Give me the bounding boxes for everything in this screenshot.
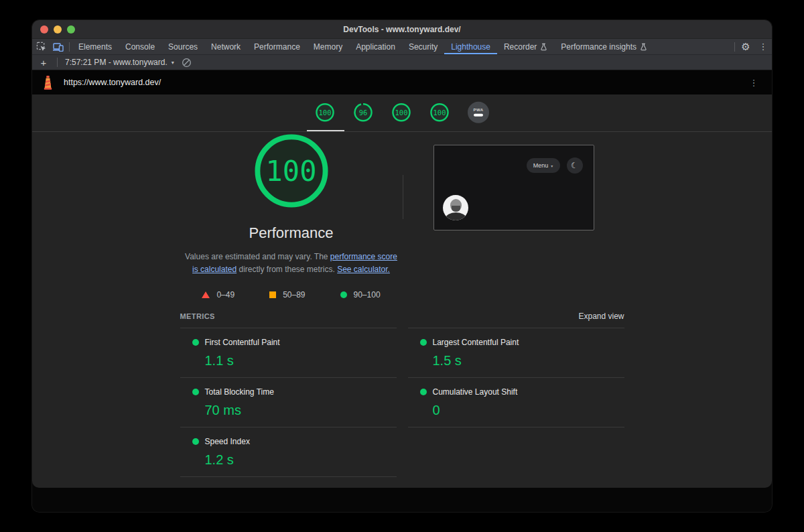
- pass-circle-icon: [192, 438, 199, 445]
- tab-recorder[interactable]: Recorder: [497, 39, 554, 54]
- tab-performance-insights[interactable]: Performance insights: [554, 39, 654, 54]
- pass-circle-icon: [192, 389, 199, 395]
- more-options-kebab-icon[interactable]: ⋮: [754, 39, 772, 54]
- category-gauge-nav: 100 96 100 100 PWA: [32, 94, 772, 132]
- report-selector-label: 7:57:21 PM - www.tonyward.: [65, 58, 168, 67]
- tab-application[interactable]: Application: [349, 39, 402, 54]
- devtools-tabbar: Elements Console Sources Network Perform…: [32, 39, 772, 55]
- lighthouse-run-toolbar: + 7:57:21 PM - www.tonyward. ▾: [32, 55, 772, 70]
- toolbar-divider: [69, 42, 70, 52]
- report-url-row: https://www.tonyward.dev/ ⋮: [32, 70, 772, 94]
- window-title: DevTools - www.tonyward.dev/: [343, 25, 460, 34]
- lighthouse-report: 100 Performance Values are estimated and…: [32, 132, 772, 488]
- chevron-down-icon: ▾: [551, 163, 553, 168]
- metric-value: 1.1 s: [205, 353, 397, 369]
- metric-value: 70 ms: [205, 403, 397, 418]
- legend-fail: 0–49: [202, 290, 234, 300]
- performance-category-gauge[interactable]: 100: [315, 102, 335, 122]
- metrics-title: METRICS: [180, 312, 215, 320]
- avatar: [443, 195, 468, 220]
- pwa-neutral-dash-icon: [474, 114, 483, 117]
- performance-score: 100: [255, 134, 328, 208]
- thumbnail-menu-button: Menu▾: [527, 158, 560, 173]
- tab-network[interactable]: Network: [204, 39, 247, 54]
- dark-mode-moon-icon: ☾: [567, 157, 583, 174]
- close-window-button[interactable]: [40, 25, 48, 34]
- fail-triangle-icon: [202, 291, 210, 298]
- metric-value: 1.5 s: [433, 353, 624, 369]
- tab-lighthouse[interactable]: Lighthouse: [444, 39, 497, 54]
- tab-console[interactable]: Console: [119, 39, 161, 54]
- metrics-header: METRICS Expand view: [180, 312, 624, 321]
- inspect-element-icon[interactable]: [32, 39, 50, 54]
- settings-gear-icon[interactable]: ⚙: [737, 39, 754, 54]
- toggle-device-toolbar-icon[interactable]: [50, 39, 67, 54]
- metric-speed-index: Speed Index 1.2 s: [180, 427, 397, 477]
- panel-tabs: Elements Console Sources Network Perform…: [72, 39, 654, 54]
- lighthouse-logo-icon: [42, 75, 54, 90]
- minimize-window-button[interactable]: [54, 25, 62, 34]
- chevron-down-icon: ▾: [172, 60, 174, 66]
- experiment-flask-icon: [640, 43, 647, 51]
- metric-value: 1.2 s: [205, 452, 397, 468]
- final-screenshot-thumbnail: Menu▾ ☾: [433, 145, 594, 230]
- tab-performance[interactable]: Performance: [247, 39, 307, 54]
- metric-total-blocking-time: Total Blocking Time 70 ms: [180, 378, 397, 427]
- score-disclaimer: Values are estimated and may vary. The p…: [184, 251, 399, 276]
- best-practices-category-gauge[interactable]: 100: [391, 102, 411, 122]
- report-url: https://www.tonyward.dev/: [64, 78, 161, 87]
- tab-memory[interactable]: Memory: [307, 39, 349, 54]
- category-title: Performance: [249, 224, 334, 242]
- window-titlebar: DevTools - www.tonyward.dev/: [32, 20, 772, 39]
- legend-pass: 90–100: [340, 290, 381, 300]
- performance-gauge[interactable]: 100: [255, 134, 328, 208]
- score-scale-legend: 0–49 50–89 90–100: [202, 290, 380, 300]
- zoom-window-button[interactable]: [67, 25, 75, 34]
- pwa-badge[interactable]: PWA: [468, 101, 489, 123]
- metric-value: 0: [433, 403, 624, 418]
- experiment-flask-icon: [540, 43, 547, 51]
- metrics-grid: First Contentful Paint 1.1 s Total Block…: [180, 328, 624, 477]
- legend-average: 50–89: [269, 290, 305, 300]
- report-selector-dropdown[interactable]: 7:57:21 PM - www.tonyward. ▾: [65, 58, 174, 67]
- devtools-window: DevTools - www.tonyward.dev/ Elements Co…: [32, 20, 772, 512]
- clear-reports-icon[interactable]: [180, 58, 194, 68]
- pass-circle-icon: [420, 389, 427, 395]
- pass-circle-icon: [192, 339, 199, 346]
- metric-largest-contentful-paint: Largest Contentful Paint 1.5 s: [408, 328, 624, 378]
- toolbar-divider: [734, 42, 735, 52]
- report-options-kebab-icon[interactable]: ⋮: [745, 78, 762, 87]
- expand-view-button[interactable]: Expand view: [578, 312, 624, 321]
- seo-category-gauge[interactable]: 100: [429, 102, 450, 122]
- tab-elements[interactable]: Elements: [72, 39, 119, 54]
- accessibility-category-gauge[interactable]: 96: [353, 102, 373, 122]
- tab-sources[interactable]: Sources: [161, 39, 204, 54]
- new-report-plus-icon[interactable]: +: [38, 57, 50, 68]
- traffic-lights: [40, 20, 75, 38]
- metric-first-contentful-paint: First Contentful Paint 1.1 s: [180, 328, 397, 378]
- score-summary-section: 100 Performance Values are estimated and…: [180, 132, 624, 300]
- active-category-underline: [307, 130, 344, 131]
- see-calculator-link[interactable]: See calculator.: [337, 265, 390, 274]
- average-square-icon: [269, 291, 276, 298]
- pass-circle-icon: [420, 339, 427, 346]
- tab-security[interactable]: Security: [402, 39, 444, 54]
- toolbar-divider: [57, 58, 58, 67]
- metric-cumulative-layout-shift: Cumulative Layout Shift 0: [408, 378, 624, 427]
- pass-circle-icon: [340, 291, 347, 298]
